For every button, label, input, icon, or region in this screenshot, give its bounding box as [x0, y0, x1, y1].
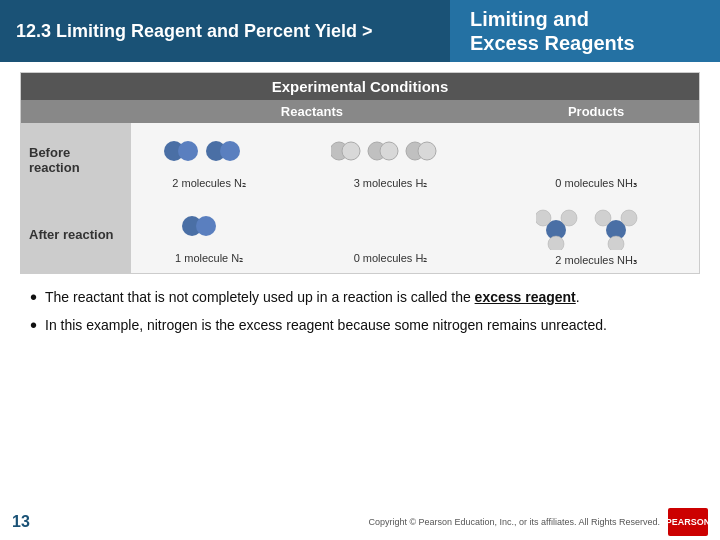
- col-products: Products: [493, 100, 699, 123]
- header-title: Limiting and: [470, 7, 635, 31]
- svg-point-17: [595, 210, 611, 226]
- header: 12.3 Limiting Reagent and Percent Yield …: [0, 0, 720, 62]
- pearson-logo-text: PEARSON: [666, 517, 711, 527]
- cell-after-n2: 1 molecule N₂: [131, 196, 288, 274]
- header-subtitle: Excess Reagents: [470, 31, 635, 55]
- bullet-1-before: The reactant that is not completely used…: [45, 289, 475, 305]
- label-before-n2: 2 molecules N₂: [135, 177, 284, 190]
- svg-point-18: [621, 210, 637, 226]
- table-title: Experimental Conditions: [21, 73, 700, 101]
- row-after-label: After reaction: [21, 196, 131, 274]
- svg-point-5: [342, 142, 360, 160]
- label-after-h2: 0 molecules H₂: [292, 252, 489, 265]
- svg-point-1: [178, 141, 198, 161]
- row-before-label: Before reaction: [21, 123, 131, 196]
- cell-after-nh3: 2 molecules NH₃: [493, 196, 699, 274]
- bullet-1-after: .: [576, 289, 580, 305]
- footer: 13 Copyright © Pearson Education, Inc., …: [0, 504, 720, 540]
- bullet-text-2: In this example, nitrogen is the excess …: [45, 316, 607, 336]
- label-after-nh3: 2 molecules NH₃: [497, 254, 695, 267]
- bullet-list: • The reactant that is not completely us…: [20, 284, 700, 347]
- svg-point-19: [608, 236, 624, 250]
- header-left-text: 12.3 Limiting Reagent and Percent Yield …: [16, 21, 373, 42]
- svg-point-3: [220, 141, 240, 161]
- label-after-n2: 1 molecule N₂: [135, 252, 284, 265]
- cell-after-h2: 0 molecules H₂: [288, 196, 493, 274]
- bullet-dot-2: •: [30, 315, 37, 335]
- main-content: Experimental Conditions Reactants Produc…: [0, 62, 720, 353]
- svg-point-9: [418, 142, 436, 160]
- experimental-table: Experimental Conditions Reactants Produc…: [20, 72, 700, 274]
- svg-point-14: [561, 210, 577, 226]
- copyright-text: Copyright © Pearson Education, Inc., or …: [30, 517, 668, 527]
- label-before-nh3: 0 molecules NH₃: [497, 177, 695, 190]
- cell-before-nh3: 0 molecules NH₃: [493, 123, 699, 196]
- bullet-item-2: • In this example, nitrogen is the exces…: [30, 316, 690, 336]
- header-right: Limiting and Excess Reagents: [450, 0, 720, 62]
- cell-before-n2: 2 molecules N₂: [131, 123, 288, 196]
- svg-point-15: [548, 236, 564, 250]
- page-number: 13: [12, 513, 30, 531]
- cell-before-h2: 3 molecules H₂: [288, 123, 493, 196]
- header-left: 12.3 Limiting Reagent and Percent Yield …: [0, 0, 450, 62]
- svg-point-13: [536, 210, 551, 226]
- bullet-text-1: The reactant that is not completely used…: [45, 288, 580, 308]
- svg-point-11: [196, 216, 216, 236]
- bullet-item-1: • The reactant that is not completely us…: [30, 288, 690, 308]
- bullet-1-bold: excess reagent: [475, 289, 576, 305]
- col-reactants: Reactants: [131, 100, 494, 123]
- pearson-logo: PEARSON: [668, 508, 708, 536]
- bullet-dot-1: •: [30, 287, 37, 307]
- svg-point-7: [380, 142, 398, 160]
- label-before-h2: 3 molecules H₂: [292, 177, 489, 190]
